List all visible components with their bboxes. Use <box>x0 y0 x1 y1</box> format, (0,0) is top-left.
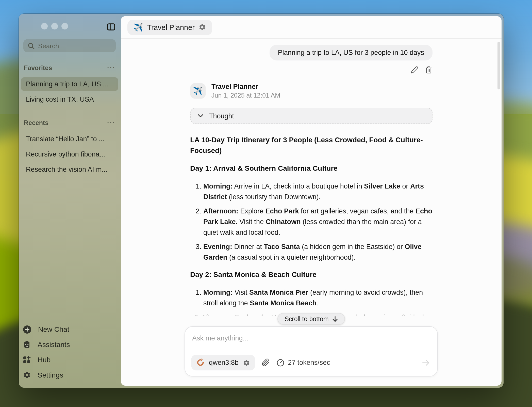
sidebar-item-label: Recursive python fibona... <box>26 150 105 158</box>
delete-message-icon[interactable] <box>425 66 432 74</box>
message-timestamp: Jun 1, 2025 at 12:01 AM <box>211 92 280 99</box>
search-icon <box>28 42 35 49</box>
speedometer-icon <box>276 358 284 367</box>
new-chat-button[interactable]: New Chat <box>23 322 117 336</box>
scroll-to-bottom-button[interactable]: Scroll to bottom <box>277 313 345 325</box>
edit-message-icon[interactable] <box>410 66 418 74</box>
airplane-emoji-icon: ✈️ <box>193 86 202 96</box>
plus-circle-icon <box>23 325 31 334</box>
model-provider-icon <box>196 358 205 367</box>
assistant-name: Travel Planner <box>211 83 280 90</box>
new-chat-label: New Chat <box>38 325 69 333</box>
assistant-title: Travel Planner <box>147 23 195 31</box>
assistants-button[interactable]: Assistants <box>23 337 117 352</box>
sidebar-item-recursive-python[interactable]: Recursive python fibona... <box>21 147 118 161</box>
search-input[interactable]: Search <box>23 39 116 52</box>
list-item: Morning: Arrive in LA, check into a bout… <box>203 181 432 202</box>
assistant-settings-gear-icon[interactable] <box>199 23 206 31</box>
scroll-to-bottom-label: Scroll to bottom <box>285 315 329 322</box>
assistant-robot-icon <box>23 340 31 349</box>
send-button[interactable] <box>421 358 430 367</box>
settings-button[interactable]: Settings <box>23 368 117 382</box>
sidebar-item-label: Planning a trip to LA, US ... <box>26 80 109 88</box>
assistants-label: Assistants <box>38 340 70 349</box>
sidebar-item-planning-trip[interactable]: Planning a trip to LA, US ... <box>21 77 118 91</box>
sidebar-item-label: Living cost in TX, USA <box>26 96 94 103</box>
sidebar-item-research-vision[interactable]: Research the vision AI m... <box>21 163 118 176</box>
message-actions <box>190 66 432 74</box>
arrow-down-icon <box>332 316 338 322</box>
list-item: Evening: Dinner at Taco Santa (a hidden … <box>203 241 432 263</box>
attach-file-icon[interactable] <box>261 358 270 367</box>
favorites-label: Favorites <box>24 64 52 71</box>
chevron-down-icon <box>197 114 203 118</box>
day2-heading: Day 2: Santa Monica & Beach Culture <box>190 269 432 280</box>
sidebar-item-label: Translate “Hello Jan” to ... <box>26 135 105 143</box>
sidebar-toggle-icon[interactable] <box>107 23 115 30</box>
favorites-section-header: Favorites ··· <box>24 64 115 72</box>
model-name: qwen3:8b <box>209 359 239 366</box>
day1-list: Morning: Arrive in LA, check into a bout… <box>190 181 432 263</box>
hub-grid-icon <box>23 356 31 364</box>
gear-icon <box>23 371 31 379</box>
token-speed-label: 27 tokens/sec <box>288 359 330 366</box>
airplane-emoji-icon: ✈️ <box>134 23 143 32</box>
sidebar-item-label: Research the vision AI m... <box>26 166 107 173</box>
message-composer[interactable]: Ask me anything... qwen3:8b <box>185 326 438 377</box>
thought-label: Thought <box>209 112 234 120</box>
list-item: Afternoon: Explore Echo Park for art gal… <box>203 206 432 238</box>
sidebar-item-living-cost[interactable]: Living cost in TX, USA <box>21 92 118 106</box>
favorites-menu-icon[interactable]: ··· <box>107 64 115 72</box>
model-settings-gear-icon[interactable] <box>243 359 250 366</box>
assistant-avatar: ✈️ <box>190 83 205 99</box>
recents-menu-icon[interactable]: ··· <box>107 119 115 127</box>
settings-label: Settings <box>38 371 63 379</box>
app-window: Search Favorites ··· Planning a trip to … <box>19 14 504 388</box>
user-message-bubble: Planning a trip to LA, US for 3 people i… <box>270 45 432 60</box>
day1-heading: Day 1: Arrival & Southern California Cul… <box>190 163 432 174</box>
minimize-button[interactable] <box>51 23 58 29</box>
close-button[interactable] <box>41 23 48 29</box>
hub-label: Hub <box>38 356 51 364</box>
itinerary-title: LA 10-Day Trip Itinerary for 3 People (L… <box>190 135 432 156</box>
model-selector[interactable]: qwen3:8b <box>191 355 255 370</box>
token-speed: 27 tokens/sec <box>276 358 330 367</box>
search-placeholder: Search <box>38 42 59 50</box>
sidebar-item-translate[interactable]: Translate “Hello Jan” to ... <box>21 132 118 146</box>
chat-scrollbar[interactable] <box>497 42 500 89</box>
window-controls <box>41 23 68 29</box>
assistant-message-body: LA 10-Day Trip Itinerary for 3 People (L… <box>190 135 432 316</box>
desktop: Search Favorites ··· Planning a trip to … <box>0 0 532 407</box>
recents-section-header: Recents ··· <box>24 119 115 127</box>
assistant-selector[interactable]: ✈️ Travel Planner <box>127 20 212 35</box>
main-panel: ✈️ Travel Planner Planning a trip to LA,… <box>121 16 502 386</box>
thought-toggle[interactable]: Thought <box>190 108 432 124</box>
recents-label: Recents <box>24 119 48 126</box>
composer-placeholder: Ask me anything... <box>192 334 430 342</box>
chat-header: ✈️ Travel Planner <box>121 16 502 39</box>
sidebar: Search Favorites ··· Planning a trip to … <box>19 14 121 388</box>
hub-button[interactable]: Hub <box>23 353 117 367</box>
zoom-button[interactable] <box>61 23 68 29</box>
